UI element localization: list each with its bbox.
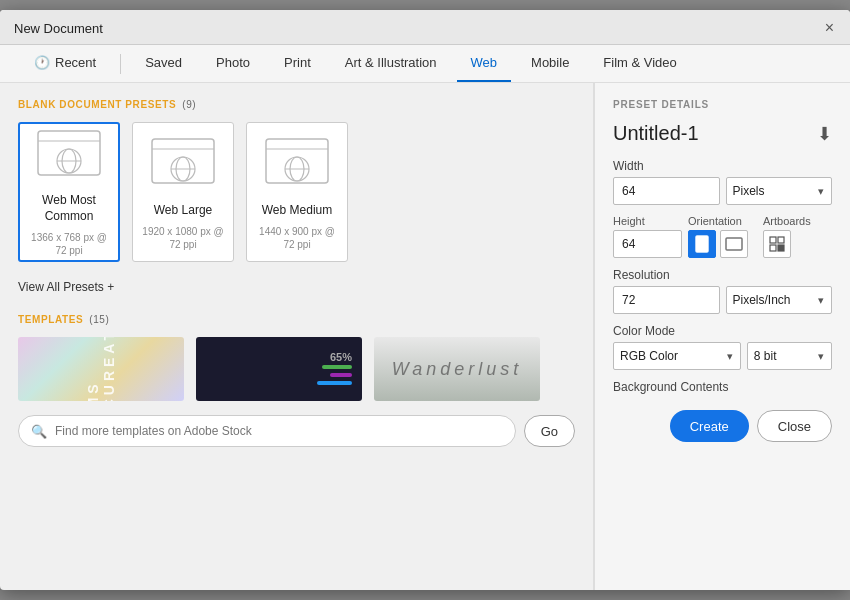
landscape-button[interactable] xyxy=(720,230,748,258)
svg-rect-21 xyxy=(778,245,784,251)
svg-rect-18 xyxy=(770,237,776,243)
template-thumb-2[interactable]: 65% xyxy=(196,337,362,401)
preset-icon-web-medium xyxy=(262,133,332,197)
clock-icon: 🕐 xyxy=(34,55,50,70)
color-mode-select[interactable]: RGB Color CMYK Color Grayscale xyxy=(613,342,741,370)
search-row: 🔍 Go xyxy=(18,415,575,447)
dialog-title: New Document xyxy=(14,21,103,36)
tab-print[interactable]: Print xyxy=(270,45,325,82)
tab-photo[interactable]: Photo xyxy=(202,45,264,82)
svg-rect-0 xyxy=(38,131,100,175)
height-input[interactable] xyxy=(613,230,682,258)
orientation-buttons xyxy=(688,230,757,258)
view-all-presets-button[interactable]: View All Presets + xyxy=(18,276,114,298)
template-thumb-1[interactable]: CUREAT MS xyxy=(18,337,184,401)
color-mode-label: Color Mode xyxy=(613,324,832,338)
tab-divider xyxy=(120,54,121,74)
tab-web[interactable]: Web xyxy=(457,45,512,82)
svg-rect-5 xyxy=(152,139,214,183)
presets-grid: Web Most Common 1366 x 768 px @ 72 ppi xyxy=(18,122,575,262)
templates-grid: CUREAT MS 65% Wanderlus xyxy=(18,337,575,401)
width-label: Width xyxy=(613,159,832,173)
background-contents-label: Background Contents xyxy=(613,380,832,394)
dialog-body: BLANK DOCUMENT PRESETS (9) xyxy=(0,83,850,590)
close-document-button[interactable]: Close xyxy=(757,410,832,442)
resolution-unit-select[interactable]: Pixels/Inch Pixels/Centimeter xyxy=(726,286,833,314)
go-button[interactable]: Go xyxy=(524,415,575,447)
tab-art[interactable]: Art & Illustration xyxy=(331,45,451,82)
action-buttons: Create Close xyxy=(613,410,832,442)
templates-section-header: TEMPLATES (15) xyxy=(18,314,575,325)
preset-icon-web-large xyxy=(148,133,218,197)
width-unit-select[interactable]: Pixels Inches Centimeters xyxy=(726,177,833,205)
dialog-close-button[interactable]: × xyxy=(823,20,836,36)
templates-section: TEMPLATES (15) CUREAT MS 65% xyxy=(18,314,575,447)
preset-icon-web-most-common xyxy=(34,127,104,187)
doc-title-row: Untitled-1 ⬇ xyxy=(613,122,832,145)
artboards-label: Artboards xyxy=(763,215,832,227)
width-input[interactable] xyxy=(613,177,720,205)
portrait-button[interactable] xyxy=(688,230,716,258)
svg-rect-10 xyxy=(266,139,328,183)
new-document-dialog: New Document × 🕐 Recent Saved Photo Prin… xyxy=(0,10,850,590)
preset-card-web-large[interactable]: Web Large 1920 x 1080 px @ 72 ppi xyxy=(132,122,234,262)
artboards-toggle[interactable] xyxy=(763,230,791,258)
tabs-bar: 🕐 Recent Saved Photo Print Art & Illustr… xyxy=(0,45,850,83)
svg-rect-19 xyxy=(778,237,784,243)
left-panel: BLANK DOCUMENT PRESETS (9) xyxy=(0,83,594,590)
preset-card-web-medium[interactable]: Web Medium 1440 x 900 px @ 72 ppi xyxy=(246,122,348,262)
svg-rect-20 xyxy=(770,245,776,251)
download-icon[interactable]: ⬇ xyxy=(817,123,832,145)
height-label: Height xyxy=(613,215,682,227)
tab-film[interactable]: Film & Video xyxy=(589,45,690,82)
template-thumb-3[interactable]: Wanderlust xyxy=(374,337,540,401)
search-input[interactable] xyxy=(55,424,503,438)
search-icon: 🔍 xyxy=(31,424,47,439)
right-panel: PRESET DETAILS Untitled-1 ⬇ Width Pixels… xyxy=(595,83,850,590)
create-button[interactable]: Create xyxy=(670,410,749,442)
resolution-input[interactable] xyxy=(613,286,720,314)
svg-rect-17 xyxy=(726,238,742,250)
orientation-label: Orientation xyxy=(688,215,757,227)
preset-details-label: PRESET DETAILS xyxy=(613,99,832,110)
doc-title: Untitled-1 xyxy=(613,122,699,145)
tab-mobile[interactable]: Mobile xyxy=(517,45,583,82)
presets-section-header: BLANK DOCUMENT PRESETS (9) xyxy=(18,99,575,110)
bit-depth-select[interactable]: 8 bit 16 bit 32 bit xyxy=(747,342,832,370)
preset-card-web-most-common[interactable]: Web Most Common 1366 x 768 px @ 72 ppi xyxy=(18,122,120,262)
search-box: 🔍 xyxy=(18,415,516,447)
dialog-titlebar: New Document × xyxy=(0,10,850,45)
resolution-label: Resolution xyxy=(613,268,832,282)
tab-recent[interactable]: 🕐 Recent xyxy=(20,45,110,82)
svg-rect-15 xyxy=(696,236,708,252)
tab-saved[interactable]: Saved xyxy=(131,45,196,82)
